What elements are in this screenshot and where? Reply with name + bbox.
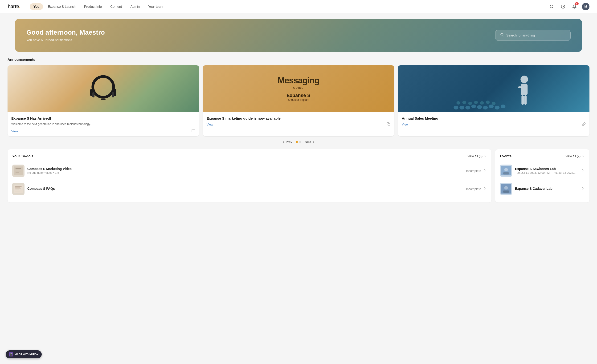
nav-item-product-info[interactable]: Product Info bbox=[80, 3, 106, 10]
nav-item-your-team[interactable]: Your team bbox=[144, 3, 167, 10]
events-section-title: Events bbox=[500, 154, 511, 158]
card-footer-1: View bbox=[11, 129, 195, 133]
card-body-3: Annual Sales Meeting View bbox=[398, 112, 589, 130]
svg-point-47 bbox=[504, 186, 508, 190]
event-item-1[interactable]: Expanse S Sawbones Lab Tue, Jul 11 2023,… bbox=[500, 162, 585, 180]
svg-point-21 bbox=[463, 101, 466, 104]
card-view-link-1[interactable]: View bbox=[11, 130, 18, 133]
event-thumb-1 bbox=[500, 165, 512, 177]
todo-info-2: Compass S FAQs bbox=[27, 187, 463, 191]
announcement-card-1: Expanse S Has Arrived! Welcome to the ne… bbox=[8, 65, 199, 136]
card-view-link-2[interactable]: View bbox=[207, 123, 213, 126]
svg-point-15 bbox=[477, 105, 482, 109]
next-button[interactable]: Next bbox=[305, 140, 315, 144]
nav-item-you[interactable]: You bbox=[30, 3, 43, 10]
svg-rect-41 bbox=[15, 190, 19, 190]
brand-logo[interactable]: harte. bbox=[8, 4, 20, 10]
nav-items: You Expanse S Launch Product Info Conten… bbox=[30, 3, 548, 10]
event-arrow-2 bbox=[581, 186, 585, 191]
svg-rect-31 bbox=[522, 95, 524, 105]
svg-point-24 bbox=[480, 101, 484, 105]
prev-label: Prev bbox=[286, 140, 292, 144]
svg-point-27 bbox=[521, 76, 528, 83]
todo-arrow-1 bbox=[483, 168, 487, 173]
event-info-1: Expanse S Sawbones Lab Tue, Jul 11 2023,… bbox=[515, 167, 578, 174]
svg-rect-8 bbox=[112, 92, 114, 97]
event-date-1: Tue, Jul 11 2023, 12:00 PM - Thu, Jul 13… bbox=[515, 171, 578, 174]
events-view-all[interactable]: View all (2) bbox=[566, 154, 585, 158]
todo-thumb-2 bbox=[12, 183, 24, 195]
event-thumb-2 bbox=[500, 183, 512, 195]
guide-product-title: Expanse S bbox=[286, 93, 310, 98]
todo-status-text-2: Incomplete bbox=[466, 187, 481, 191]
todos-section-title: Your To-do's bbox=[12, 154, 33, 158]
svg-point-13 bbox=[465, 106, 470, 109]
todo-info-1: Compass S Marketing Video No due date • … bbox=[27, 167, 463, 174]
copy-icon bbox=[387, 122, 390, 127]
svg-rect-33 bbox=[16, 169, 21, 169]
todo-thumb-1 bbox=[12, 165, 24, 177]
svg-point-12 bbox=[460, 106, 464, 109]
card-body-2: Expanse S marketing guide is now availab… bbox=[203, 112, 394, 130]
todo-title-2: Compass S FAQs bbox=[27, 187, 463, 190]
nav-actions: 6 M bbox=[548, 3, 589, 10]
todo-title-1: Compass S Marketing Video bbox=[27, 167, 463, 171]
pagination-dot-2[interactable] bbox=[299, 141, 301, 143]
guide-sub-label: GUIDE bbox=[291, 86, 306, 90]
pagination-dot-1[interactable] bbox=[296, 141, 298, 143]
hero-search-box[interactable]: Search for anything bbox=[495, 30, 571, 41]
svg-rect-36 bbox=[16, 172, 20, 173]
card-title-2: Expanse S marketing guide is now availab… bbox=[207, 116, 391, 121]
hero-search-placeholder: Search for anything bbox=[506, 33, 535, 37]
svg-rect-30 bbox=[525, 95, 527, 105]
main-nav: harte. You Expanse S Launch Product Info… bbox=[0, 0, 597, 13]
nav-item-admin[interactable]: Admin bbox=[126, 3, 143, 10]
announcement-card-3: Annual Sales Meeting View bbox=[398, 65, 589, 136]
svg-point-18 bbox=[495, 106, 500, 109]
svg-point-17 bbox=[489, 105, 494, 108]
nav-item-expanse-s-launch[interactable]: Expanse S Launch bbox=[44, 3, 79, 10]
events-header: Events View all (2) bbox=[500, 154, 585, 158]
hero-text: Good afternoon, Maestro You have 6 unrea… bbox=[26, 29, 105, 42]
svg-rect-29 bbox=[518, 86, 522, 88]
svg-point-3 bbox=[501, 33, 503, 36]
svg-point-25 bbox=[486, 101, 490, 104]
svg-rect-28 bbox=[521, 84, 528, 95]
card-image-1 bbox=[8, 65, 199, 112]
search-icon[interactable] bbox=[548, 3, 556, 10]
event-item-2[interactable]: Expanse S Cadaver Lab bbox=[500, 180, 585, 198]
hero-banner: Good afternoon, Maestro You have 6 unrea… bbox=[15, 19, 582, 52]
carousel-pagination: Prev Next bbox=[8, 140, 589, 144]
card-title-3: Annual Sales Meeting bbox=[402, 116, 586, 121]
guide-product-subtitle: Shoulder Implant bbox=[288, 98, 309, 101]
todo-item-1[interactable]: Compass S Marketing Video No due date • … bbox=[12, 162, 487, 180]
svg-point-16 bbox=[483, 106, 488, 109]
nav-item-content[interactable]: Content bbox=[107, 3, 126, 10]
announcements-grid: Expanse S Has Arrived! Welcome to the ne… bbox=[8, 65, 589, 136]
svg-rect-39 bbox=[15, 187, 20, 188]
svg-point-20 bbox=[456, 101, 460, 105]
next-label: Next bbox=[305, 140, 311, 144]
svg-rect-10 bbox=[388, 124, 390, 126]
event-title-1: Expanse S Sawbones Lab bbox=[515, 167, 578, 171]
svg-point-14 bbox=[471, 105, 476, 108]
svg-point-22 bbox=[468, 102, 472, 105]
card-body-1: Expanse S Has Arrived! Welcome to the ne… bbox=[8, 112, 199, 136]
todos-section: Your To-do's View all (6) bbox=[8, 149, 491, 202]
todos-view-all[interactable]: View all (6) bbox=[467, 154, 487, 158]
svg-rect-38 bbox=[15, 186, 22, 187]
user-avatar[interactable]: M bbox=[582, 3, 589, 10]
notifications-bell[interactable]: 6 bbox=[571, 3, 578, 10]
card-view-link-3[interactable]: View bbox=[402, 123, 408, 126]
todo-status-1: Incomplete bbox=[466, 168, 487, 173]
prev-button[interactable]: Prev bbox=[282, 140, 292, 144]
todo-arrow-2 bbox=[483, 186, 487, 191]
svg-rect-40 bbox=[15, 189, 21, 189]
events-section: Events View all (2) Expanse S Sawbones L… bbox=[495, 149, 589, 202]
folder-icon bbox=[192, 129, 195, 133]
help-icon[interactable] bbox=[559, 3, 567, 10]
todo-status-text-1: Incomplete bbox=[466, 169, 481, 173]
announcements-section-title: Announcements bbox=[8, 57, 589, 62]
svg-rect-35 bbox=[16, 171, 21, 171]
todo-item-2[interactable]: Compass S FAQs Incomplete bbox=[12, 180, 487, 198]
